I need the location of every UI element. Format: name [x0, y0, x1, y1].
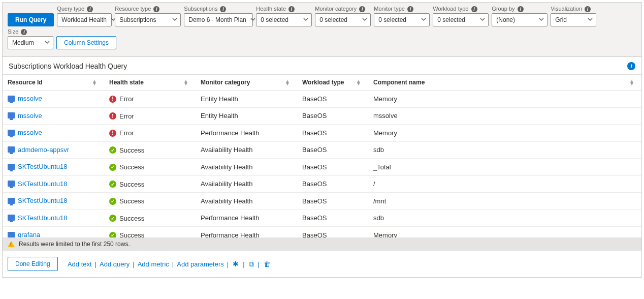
resource-type-select[interactable]: Subscriptions [115, 13, 181, 26]
component-name-cell: Memory [368, 125, 641, 142]
info-icon[interactable]: i [627, 62, 635, 70]
info-icon[interactable]: i [220, 6, 226, 12]
col-health-state[interactable]: Health state ▲▼ [104, 75, 196, 91]
status-icon: ! [109, 112, 116, 119]
workload-type-cell: BaseOS [297, 193, 368, 210]
info-icon[interactable]: i [288, 6, 295, 12]
monitor-category-select[interactable]: 0 selected [315, 13, 371, 26]
query-type-select[interactable]: Workload Health [57, 13, 112, 26]
size-select[interactable]: Medium [8, 36, 53, 49]
group-by-select[interactable]: (None) [492, 13, 548, 26]
table-row[interactable]: grafana✓SuccessPerformance HealthBaseOSM… [3, 227, 641, 238]
editor-footer: Done Editing Add text | Add query | Add … [3, 251, 641, 277]
workbook-panel: Run Query Query type i Workload Health R… [2, 2, 642, 278]
status-text: Success [119, 181, 144, 188]
resource-link[interactable]: SKTestUbuntu18 [18, 180, 68, 188]
health-state-label: Health state i [256, 6, 312, 12]
vm-icon [8, 181, 15, 187]
resource-link[interactable]: SKTestUbuntu18 [18, 163, 68, 170]
subscriptions-label: Subscriptions i [184, 6, 253, 12]
chevron-down-icon [539, 16, 544, 23]
done-editing-button[interactable]: Done Editing [8, 257, 58, 271]
copy-icon[interactable]: ⧉ [248, 260, 255, 268]
col-monitor-category[interactable]: Monitor category ▲▼ [196, 75, 297, 91]
monitor-category-cell: Performance Health [196, 125, 297, 142]
info-icon[interactable]: i [407, 6, 413, 12]
status-icon: ✓ [109, 181, 116, 188]
run-query-label: Run Query [15, 16, 46, 23]
sort-icon: ▲▼ [356, 80, 361, 85]
add-query-link[interactable]: Add query [100, 260, 130, 268]
vm-icon [8, 112, 15, 118]
col-component-name[interactable]: Component name ▲▼ [368, 75, 641, 91]
monitor-category-cell: Entity Health [196, 107, 297, 125]
workload-type-cell: BaseOS [297, 107, 368, 125]
info-icon[interactable]: i [359, 6, 365, 12]
subscriptions-select[interactable]: Demo 6 - Month Plan [184, 13, 253, 26]
status-text: Success [119, 231, 144, 237]
table-row[interactable]: mssolve!ErrorEntity HealthBaseOSMemory [3, 91, 641, 108]
resource-link[interactable]: mssolve [18, 129, 42, 136]
workload-type-cell: BaseOS [297, 125, 368, 142]
chevron-down-icon [172, 16, 177, 23]
info-icon[interactable]: i [585, 6, 591, 12]
resource-link[interactable]: grafana [18, 231, 40, 237]
component-name-cell: mssolve [368, 107, 641, 125]
info-icon[interactable]: i [21, 29, 27, 35]
run-query-button[interactable]: Run Query [8, 13, 54, 26]
monitor-type-select[interactable]: 0 selected [374, 13, 430, 26]
sort-icon: ▲▼ [183, 80, 188, 85]
size-label: Size i [8, 28, 53, 35]
vm-icon [8, 146, 15, 153]
visualization-select[interactable]: Grid [551, 13, 596, 26]
column-settings-button[interactable]: Column Settings [56, 36, 116, 49]
add-text-link[interactable]: Add text [68, 260, 92, 268]
component-name-cell: sdb [368, 141, 641, 159]
table-row[interactable]: mssolve!ErrorEntity HealthBaseOSmssolve [3, 107, 641, 125]
table-row[interactable]: mssolve!ErrorPerformance HealthBaseOSMem… [3, 125, 641, 142]
info-icon[interactable]: i [153, 6, 159, 12]
health-state-select[interactable]: 0 selected [256, 13, 312, 26]
vm-icon [8, 164, 15, 170]
add-parameters-link[interactable]: Add parameters [177, 260, 224, 268]
workload-type-cell: BaseOS [297, 141, 368, 159]
visualization-label: Visualization i [551, 6, 596, 12]
resource-link[interactable]: mssolve [18, 95, 42, 102]
status-text: Error [119, 95, 134, 103]
monitor-category-cell: Availability Health [196, 159, 297, 176]
workload-type-cell: BaseOS [297, 159, 368, 176]
monitor-category-cell: Entity Health [196, 91, 297, 108]
add-metric-link[interactable]: Add metric [138, 260, 169, 268]
table-row[interactable]: SKTestUbuntu18✓SuccessAvailability Healt… [3, 159, 641, 176]
delete-icon[interactable]: 🗑 [263, 260, 272, 268]
status-text: Success [119, 197, 144, 205]
status-text: Error [119, 129, 134, 137]
resource-link[interactable]: SKTestUbuntu18 [18, 197, 68, 204]
info-icon[interactable]: i [471, 6, 477, 12]
col-workload-type[interactable]: Workload type ▲▼ [297, 75, 368, 91]
component-name-cell: sdb [368, 210, 641, 227]
table-row[interactable]: SKTestUbuntu18✓SuccessAvailability Healt… [3, 193, 641, 210]
vm-icon [8, 198, 15, 204]
chevron-down-icon [421, 16, 426, 23]
settings-icon[interactable]: ✱ [232, 260, 240, 268]
workload-type-label: Workload type i [433, 6, 489, 12]
info-icon[interactable]: i [518, 6, 524, 12]
info-icon[interactable]: i [87, 6, 93, 12]
workload-type-select[interactable]: 0 selected [433, 13, 489, 26]
chevron-down-icon [303, 16, 308, 23]
resource-link[interactable]: admdemo-appsvr [18, 146, 69, 154]
resource-link[interactable]: mssolve [18, 112, 42, 119]
col-resource-id[interactable]: Resource Id ▲▼ [3, 75, 104, 91]
status-icon: ✓ [109, 232, 116, 237]
status-text: Success [119, 146, 144, 154]
warning-icon [8, 241, 15, 247]
resource-link[interactable]: SKTestUbuntu18 [18, 214, 68, 222]
table-row[interactable]: SKTestUbuntu18✓SuccessAvailability Healt… [3, 175, 641, 193]
table-row[interactable]: admdemo-appsvr✓SuccessAvailability Healt… [3, 141, 641, 159]
vm-icon [8, 130, 15, 136]
vm-icon [8, 96, 15, 102]
table-row[interactable]: SKTestUbuntu18✓SuccessPerformance Health… [3, 210, 641, 227]
query-title: Subscriptions Workload Health Query [9, 62, 127, 70]
sort-icon: ▲▼ [629, 80, 634, 85]
